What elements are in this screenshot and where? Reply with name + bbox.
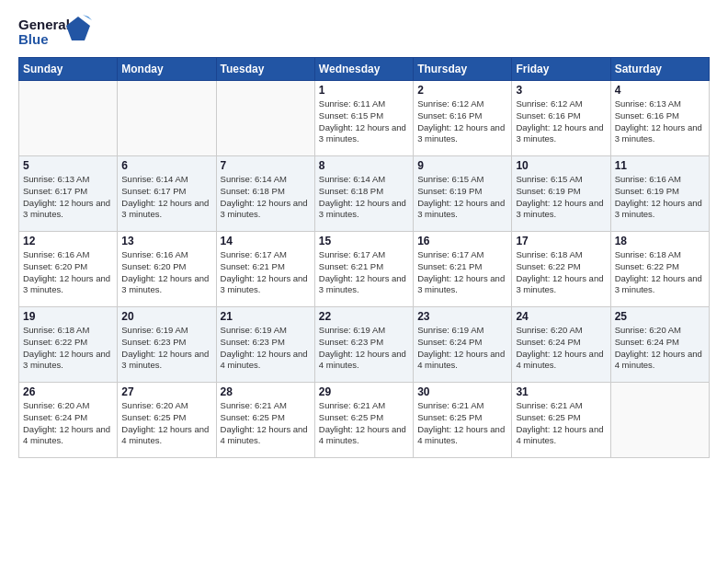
- weekday-header-monday: Monday: [118, 58, 216, 81]
- calendar-cell: 28Sunrise: 6:21 AM Sunset: 6:25 PM Dayli…: [216, 383, 314, 458]
- day-number: 2: [417, 84, 507, 97]
- day-number: 5: [23, 159, 113, 172]
- weekday-header-tuesday: Tuesday: [216, 58, 314, 81]
- day-number: 21: [221, 310, 311, 323]
- day-number: 22: [319, 310, 409, 323]
- day-info: Sunrise: 6:18 AM Sunset: 6:22 PM Dayligh…: [23, 325, 113, 372]
- day-number: 6: [121, 159, 211, 172]
- logo-icon: GeneralBlue: [18, 15, 92, 48]
- logo: GeneralBlue: [18, 15, 92, 48]
- calendar-week-1: 1Sunrise: 6:11 AM Sunset: 6:15 PM Daylig…: [19, 81, 710, 156]
- svg-marker-2: [66, 17, 90, 40]
- calendar-cell: 17Sunrise: 6:18 AM Sunset: 6:22 PM Dayli…: [512, 232, 610, 307]
- day-number: 15: [319, 235, 409, 247]
- calendar-cell: 25Sunrise: 6:20 AM Sunset: 6:24 PM Dayli…: [610, 307, 709, 383]
- day-info: Sunrise: 6:17 AM Sunset: 6:21 PM Dayligh…: [417, 249, 507, 296]
- day-number: 4: [615, 84, 705, 97]
- day-number: 14: [221, 235, 311, 247]
- day-info: Sunrise: 6:19 AM Sunset: 6:23 PM Dayligh…: [221, 325, 311, 372]
- day-number: 26: [23, 385, 113, 398]
- day-info: Sunrise: 6:12 AM Sunset: 6:16 PM Dayligh…: [417, 98, 507, 145]
- day-info: Sunrise: 6:17 AM Sunset: 6:21 PM Dayligh…: [319, 249, 409, 296]
- weekday-header-wednesday: Wednesday: [314, 58, 413, 81]
- calendar-week-2: 5Sunrise: 6:13 AM Sunset: 6:17 PM Daylig…: [19, 156, 710, 232]
- day-info: Sunrise: 6:21 AM Sunset: 6:25 PM Dayligh…: [516, 400, 606, 447]
- calendar-cell: [19, 81, 118, 156]
- day-info: Sunrise: 6:15 AM Sunset: 6:19 PM Dayligh…: [516, 174, 606, 221]
- day-info: Sunrise: 6:16 AM Sunset: 6:20 PM Dayligh…: [121, 249, 211, 296]
- svg-marker-3: [83, 15, 92, 20]
- calendar-cell: [216, 81, 314, 156]
- day-number: 9: [417, 159, 507, 172]
- day-number: 25: [615, 310, 705, 323]
- day-info: Sunrise: 6:19 AM Sunset: 6:24 PM Dayligh…: [417, 325, 507, 372]
- day-info: Sunrise: 6:12 AM Sunset: 6:16 PM Dayligh…: [516, 98, 606, 145]
- calendar-cell: 19Sunrise: 6:18 AM Sunset: 6:22 PM Dayli…: [19, 307, 118, 383]
- day-info: Sunrise: 6:20 AM Sunset: 6:24 PM Dayligh…: [516, 325, 606, 372]
- day-info: Sunrise: 6:18 AM Sunset: 6:22 PM Dayligh…: [615, 249, 705, 296]
- header: GeneralBlue: [18, 15, 710, 48]
- calendar-cell: 1Sunrise: 6:11 AM Sunset: 6:15 PM Daylig…: [314, 81, 413, 156]
- calendar-cell: 8Sunrise: 6:14 AM Sunset: 6:18 PM Daylig…: [314, 156, 413, 232]
- calendar-cell: 10Sunrise: 6:15 AM Sunset: 6:19 PM Dayli…: [512, 156, 610, 232]
- day-info: Sunrise: 6:19 AM Sunset: 6:23 PM Dayligh…: [121, 325, 211, 372]
- day-info: Sunrise: 6:20 AM Sunset: 6:25 PM Dayligh…: [121, 400, 211, 447]
- calendar-cell: 18Sunrise: 6:18 AM Sunset: 6:22 PM Dayli…: [610, 232, 709, 307]
- day-info: Sunrise: 6:14 AM Sunset: 6:18 PM Dayligh…: [319, 174, 409, 221]
- day-info: Sunrise: 6:14 AM Sunset: 6:17 PM Dayligh…: [121, 174, 211, 221]
- calendar-cell: 9Sunrise: 6:15 AM Sunset: 6:19 PM Daylig…: [414, 156, 512, 232]
- day-number: 30: [417, 385, 507, 398]
- calendar-cell: 31Sunrise: 6:21 AM Sunset: 6:25 PM Dayli…: [512, 383, 610, 458]
- weekday-header-saturday: Saturday: [610, 58, 709, 81]
- day-number: 20: [121, 310, 211, 323]
- day-info: Sunrise: 6:20 AM Sunset: 6:24 PM Dayligh…: [23, 400, 113, 447]
- day-number: 12: [23, 235, 113, 247]
- day-number: 19: [23, 310, 113, 323]
- calendar-cell: 30Sunrise: 6:21 AM Sunset: 6:25 PM Dayli…: [414, 383, 512, 458]
- calendar-cell: 24Sunrise: 6:20 AM Sunset: 6:24 PM Dayli…: [512, 307, 610, 383]
- calendar-cell: 27Sunrise: 6:20 AM Sunset: 6:25 PM Dayli…: [118, 383, 216, 458]
- day-info: Sunrise: 6:11 AM Sunset: 6:15 PM Dayligh…: [319, 98, 409, 145]
- day-info: Sunrise: 6:15 AM Sunset: 6:19 PM Dayligh…: [417, 174, 507, 221]
- day-number: 31: [516, 385, 606, 398]
- calendar-cell: 3Sunrise: 6:12 AM Sunset: 6:16 PM Daylig…: [512, 81, 610, 156]
- day-info: Sunrise: 6:14 AM Sunset: 6:18 PM Dayligh…: [221, 174, 311, 221]
- calendar-cell: 2Sunrise: 6:12 AM Sunset: 6:16 PM Daylig…: [414, 81, 512, 156]
- calendar-cell: 16Sunrise: 6:17 AM Sunset: 6:21 PM Dayli…: [414, 232, 512, 307]
- day-number: 11: [615, 159, 705, 172]
- day-number: 17: [516, 235, 606, 247]
- day-number: 29: [319, 385, 409, 398]
- calendar-cell: 11Sunrise: 6:16 AM Sunset: 6:19 PM Dayli…: [610, 156, 709, 232]
- day-info: Sunrise: 6:21 AM Sunset: 6:25 PM Dayligh…: [417, 400, 507, 447]
- day-info: Sunrise: 6:20 AM Sunset: 6:24 PM Dayligh…: [615, 325, 705, 372]
- day-info: Sunrise: 6:19 AM Sunset: 6:23 PM Dayligh…: [319, 325, 409, 372]
- day-number: 28: [221, 385, 311, 398]
- calendar-cell: 22Sunrise: 6:19 AM Sunset: 6:23 PM Dayli…: [314, 307, 413, 383]
- weekday-header-row: SundayMondayTuesdayWednesdayThursdayFrid…: [19, 58, 710, 81]
- day-info: Sunrise: 6:21 AM Sunset: 6:25 PM Dayligh…: [319, 400, 409, 447]
- weekday-header-thursday: Thursday: [414, 58, 512, 81]
- day-number: 27: [121, 385, 211, 398]
- day-number: 10: [516, 159, 606, 172]
- day-number: 16: [417, 235, 507, 247]
- day-number: 1: [319, 84, 409, 97]
- calendar-cell: 20Sunrise: 6:19 AM Sunset: 6:23 PM Dayli…: [118, 307, 216, 383]
- calendar-cell: 14Sunrise: 6:17 AM Sunset: 6:21 PM Dayli…: [216, 232, 314, 307]
- calendar-cell: 21Sunrise: 6:19 AM Sunset: 6:23 PM Dayli…: [216, 307, 314, 383]
- calendar-cell: 26Sunrise: 6:20 AM Sunset: 6:24 PM Dayli…: [19, 383, 118, 458]
- day-info: Sunrise: 6:13 AM Sunset: 6:17 PM Dayligh…: [23, 174, 113, 221]
- day-number: 23: [417, 310, 507, 323]
- calendar-cell: [118, 81, 216, 156]
- page: GeneralBlue SundayMondayTuesdayWednesday…: [0, 0, 728, 563]
- calendar-cell: 13Sunrise: 6:16 AM Sunset: 6:20 PM Dayli…: [118, 232, 216, 307]
- calendar-cell: [610, 383, 709, 458]
- day-number: 7: [221, 159, 311, 172]
- calendar-table: SundayMondayTuesdayWednesdayThursdayFrid…: [18, 57, 710, 458]
- day-info: Sunrise: 6:21 AM Sunset: 6:25 PM Dayligh…: [221, 400, 311, 447]
- weekday-header-sunday: Sunday: [19, 58, 118, 81]
- day-info: Sunrise: 6:16 AM Sunset: 6:20 PM Dayligh…: [23, 249, 113, 296]
- calendar-week-5: 26Sunrise: 6:20 AM Sunset: 6:24 PM Dayli…: [19, 383, 710, 458]
- day-number: 8: [319, 159, 409, 172]
- calendar-cell: 12Sunrise: 6:16 AM Sunset: 6:20 PM Dayli…: [19, 232, 118, 307]
- calendar-week-4: 19Sunrise: 6:18 AM Sunset: 6:22 PM Dayli…: [19, 307, 710, 383]
